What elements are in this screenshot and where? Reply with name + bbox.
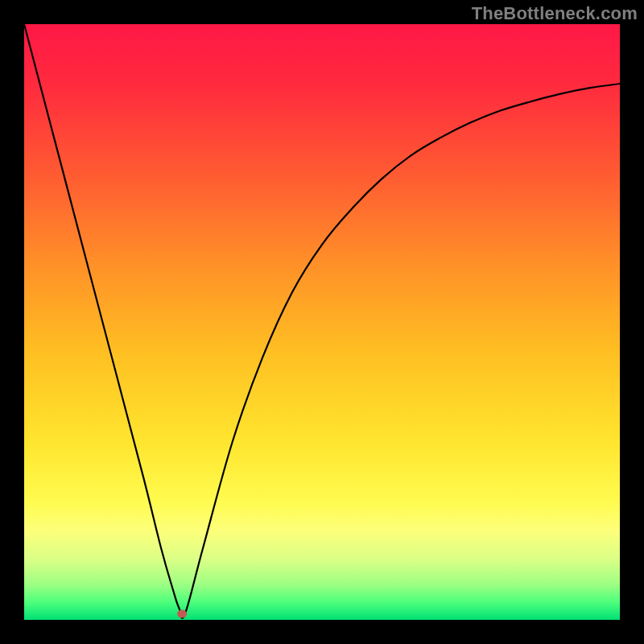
gradient-background [24, 24, 620, 620]
plot-area [24, 24, 620, 620]
chart-svg [24, 24, 620, 620]
marker-dot [177, 610, 187, 618]
watermark-text: TheBottleneck.com [472, 3, 638, 24]
chart-frame: TheBottleneck.com [0, 0, 644, 644]
